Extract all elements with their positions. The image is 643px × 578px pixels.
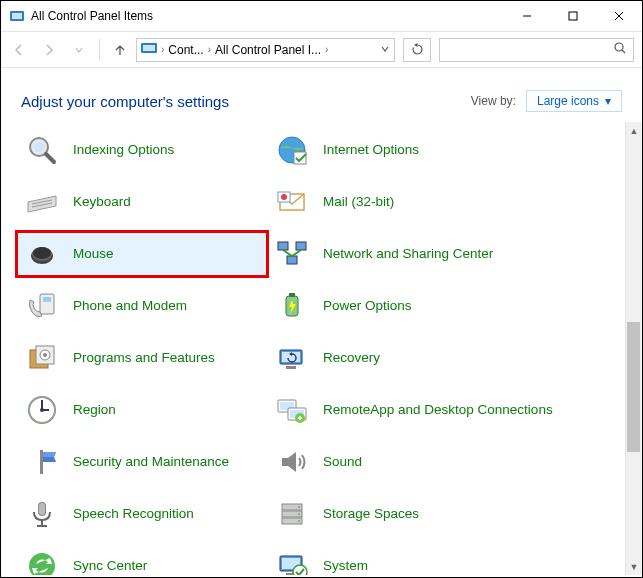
programs-icon: [25, 341, 59, 375]
svg-rect-50: [40, 450, 43, 474]
svg-rect-39: [286, 366, 296, 369]
svg-line-27: [283, 250, 292, 256]
svg-rect-7: [143, 45, 155, 51]
internet-icon: [275, 133, 309, 167]
svg-rect-1: [12, 13, 22, 19]
nav-up-button[interactable]: [106, 36, 134, 64]
item-region[interactable]: Region: [17, 388, 267, 432]
indexing-icon: [25, 133, 59, 167]
remoteapp-icon: [275, 393, 309, 427]
item-label: Security and Maintenance: [73, 454, 229, 470]
svg-rect-32: [289, 293, 295, 297]
security-icon: [25, 445, 59, 479]
speech-icon: [25, 497, 59, 531]
scroll-down-button[interactable]: ▼: [626, 558, 642, 575]
svg-point-11: [34, 142, 44, 152]
nav-separator: [99, 39, 100, 61]
item-system[interactable]: System: [267, 544, 567, 575]
item-label: Sync Center: [73, 558, 147, 574]
item-label: System: [323, 558, 368, 574]
vertical-scrollbar[interactable]: ▲ ▼: [625, 122, 642, 575]
scroll-thumb[interactable]: [627, 322, 640, 452]
item-label: Sound: [323, 454, 362, 470]
item-mail[interactable]: Mail (32-bit): [267, 180, 567, 224]
breadcrumb-root[interactable]: Cont...: [168, 43, 203, 57]
svg-rect-52: [39, 503, 45, 515]
view-by-label: View by:: [471, 94, 516, 108]
mail-icon: [275, 185, 309, 219]
window-title: All Control Panel Items: [31, 9, 504, 23]
content-header: Adjust your computer's settings View by:…: [1, 68, 642, 122]
search-icon: [613, 41, 627, 59]
svg-line-28: [292, 250, 301, 256]
minimize-button[interactable]: [504, 1, 550, 31]
svg-line-12: [46, 154, 54, 162]
item-storage-spaces[interactable]: Storage Spaces: [267, 492, 567, 536]
titlebar[interactable]: All Control Panel Items: [1, 1, 642, 32]
item-internet-options[interactable]: Internet Options: [267, 128, 567, 172]
item-sync-center[interactable]: Sync Center: [17, 544, 267, 575]
svg-rect-24: [278, 242, 288, 250]
item-speech-recognition[interactable]: Speech Recognition: [17, 492, 267, 536]
storage-icon: [275, 497, 309, 531]
view-by-control: View by: Large icons ▾: [471, 90, 622, 112]
item-label: Region: [73, 402, 116, 418]
view-by-dropdown[interactable]: Large icons ▾: [526, 90, 622, 112]
control-panel-icon: [9, 8, 25, 24]
search-input[interactable]: [439, 38, 634, 62]
item-programs-features[interactable]: Programs and Features: [17, 336, 267, 380]
nav-back-button[interactable]: [5, 36, 33, 64]
item-label: Storage Spaces: [323, 506, 419, 522]
svg-point-20: [281, 194, 287, 200]
address-icon: [141, 42, 157, 57]
view-by-value: Large icons: [537, 94, 599, 108]
svg-rect-30: [43, 297, 51, 302]
item-remoteapp[interactable]: RemoteApp and Desktop Connections: [267, 388, 567, 432]
item-recovery[interactable]: Recovery: [267, 336, 567, 380]
content-area: Indexing Options Internet Options Keyboa…: [1, 122, 642, 575]
breadcrumb-current[interactable]: All Control Panel I...: [215, 43, 321, 57]
item-sound[interactable]: Sound: [267, 440, 567, 484]
item-label: Keyboard: [73, 194, 131, 210]
crumb-separator-icon: ›: [208, 44, 211, 55]
item-label: Network and Sharing Center: [323, 246, 493, 262]
maximize-button[interactable]: [550, 1, 596, 31]
mouse-icon: [25, 237, 59, 271]
region-icon: [25, 393, 59, 427]
svg-point-60: [298, 520, 300, 522]
item-label: Mouse: [73, 246, 114, 262]
svg-point-59: [298, 513, 300, 515]
svg-rect-26: [287, 256, 297, 264]
item-power-options[interactable]: Power Options: [267, 284, 567, 328]
page-title: Adjust your computer's settings: [21, 93, 229, 110]
items-grid: Indexing Options Internet Options Keyboa…: [1, 122, 624, 575]
address-history-dropdown[interactable]: [380, 44, 390, 56]
item-mouse[interactable]: Mouse: [17, 232, 267, 276]
window-controls: [504, 1, 642, 31]
svg-point-58: [298, 506, 300, 508]
crumb-separator-icon: ›: [161, 44, 164, 55]
refresh-button[interactable]: [403, 38, 431, 62]
scroll-up-button[interactable]: ▲: [626, 122, 642, 139]
svg-point-8: [615, 43, 623, 51]
sync-icon: [25, 549, 59, 575]
svg-rect-15: [294, 152, 306, 164]
item-keyboard[interactable]: Keyboard: [17, 180, 267, 224]
nav-forward-button[interactable]: [35, 36, 63, 64]
item-network-sharing[interactable]: Network and Sharing Center: [267, 232, 567, 276]
sound-icon: [275, 445, 309, 479]
item-label: Power Options: [323, 298, 412, 314]
item-label: RemoteApp and Desktop Connections: [323, 402, 553, 418]
svg-rect-3: [569, 12, 577, 20]
item-label: Indexing Options: [73, 142, 174, 158]
item-label: Programs and Features: [73, 350, 215, 366]
item-security-maintenance[interactable]: Security and Maintenance: [17, 440, 267, 484]
svg-rect-25: [296, 242, 306, 250]
close-button[interactable]: [596, 1, 642, 31]
recovery-icon: [275, 341, 309, 375]
nav-recent-dropdown[interactable]: [65, 36, 93, 64]
item-indexing-options[interactable]: Indexing Options: [17, 128, 267, 172]
item-label: Phone and Modem: [73, 298, 187, 314]
item-phone-modem[interactable]: Phone and Modem: [17, 284, 267, 328]
address-bar[interactable]: › Cont... › All Control Panel I... ›: [136, 38, 395, 62]
